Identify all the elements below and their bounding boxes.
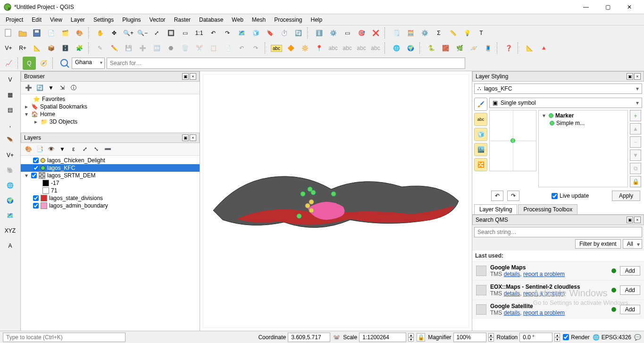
metasearch-button[interactable]: 🌐 [390, 42, 403, 55]
browser-filter-icon[interactable]: ▼ [46, 83, 56, 92]
select-value-button[interactable]: 🎯 [355, 26, 368, 40]
details-link[interactable]: details [504, 271, 520, 277]
layer-visibility-icon[interactable]: 👁️ [46, 144, 56, 154]
new-bookmark-button[interactable]: 🔖 [263, 26, 276, 40]
grass-button[interactable]: 🌿 [453, 42, 466, 55]
temporal-controller-button[interactable]: ⏱️ [277, 26, 291, 40]
zoom-native-button[interactable]: 1:1 [192, 26, 206, 40]
layer-row[interactable]: ▾lagos_SRTM_DEM [21, 172, 200, 179]
qms-list[interactable]: Last used: Google MapsTMS details, repor… [472, 251, 644, 331]
styling-undock-button[interactable]: ▣ [627, 73, 633, 80]
renderer-select[interactable]: ▣ Single symbol [489, 98, 642, 108]
menu-raster[interactable]: Raster [170, 15, 194, 25]
add-wms-layer-icon[interactable]: 🌐 [4, 179, 17, 192]
add-raster-button[interactable]: R+ [16, 42, 29, 55]
menu-web[interactable]: Web [228, 15, 247, 25]
browser-undock-button[interactable]: ▣ [182, 73, 189, 80]
quickosm-extra-button[interactable]: 🧭 [37, 57, 50, 70]
browser-close-button[interactable]: × [190, 73, 196, 80]
add-arcgis-layer-icon[interactable]: A [4, 239, 17, 252]
menu-layer[interactable]: Layer [67, 15, 89, 25]
lock-button[interactable]: 🔒 [630, 176, 641, 187]
current-edits-button[interactable]: ✎ [93, 42, 107, 55]
symbol-layer-tree[interactable]: ▾Marker Simple m... [538, 110, 628, 187]
node-tool-button[interactable]: ⬣ [164, 42, 177, 55]
browser-collapse-icon[interactable]: ⇲ [58, 83, 67, 92]
map-canvas[interactable] [203, 74, 469, 328]
redo-button[interactable]: ↷ [249, 42, 262, 55]
layer-style-icon[interactable]: 🎨 [24, 144, 33, 154]
add-spatialite-layer-icon[interactable]: 🪶 [4, 134, 17, 147]
add-service-button[interactable]: Add [620, 285, 640, 295]
extents-icon[interactable]: 🐭 [333, 334, 340, 341]
new-virtual-button[interactable]: 🧩 [73, 42, 86, 55]
osm-tools-button[interactable]: 🧵 [481, 42, 494, 55]
menu-vector[interactable]: Vector [146, 15, 169, 25]
add-vector-button[interactable]: V+ [2, 42, 15, 55]
python-console-button[interactable]: 🐍 [425, 42, 438, 55]
menu-view[interactable]: View [46, 15, 66, 25]
layer-row[interactable]: lagos_admin_boundary [21, 202, 200, 209]
add-vector-layer-icon[interactable]: V [4, 73, 17, 86]
map-tips-button[interactable]: 💡 [460, 26, 474, 40]
open-attr-table-button[interactable]: 🗒️ [390, 26, 403, 40]
zoom-layer-button[interactable]: ▭ [178, 26, 192, 40]
qms-undock-button[interactable]: ▣ [627, 217, 633, 223]
styling-close-button[interactable]: × [634, 73, 641, 80]
coordinate-value[interactable] [288, 333, 330, 342]
layer-row[interactable]: lagos_Chicken_Delight [21, 157, 200, 164]
3d-tab-icon[interactable]: 🏙️ [474, 143, 487, 156]
browser-tree[interactable]: ⭐Favorites ▸🔖Spatial Bookmarks ▾🏠Home ▸📁… [21, 94, 200, 133]
close-button[interactable]: ✕ [619, 0, 640, 14]
new-print-layout-button[interactable]: 📄 [44, 26, 58, 40]
layer-visibility-checkbox[interactable] [33, 195, 39, 201]
rotation-value[interactable] [519, 333, 552, 342]
zoom-next-button[interactable]: ↷ [221, 26, 234, 40]
measure-button[interactable]: 📏 [446, 26, 460, 40]
show-labels-button[interactable]: abc [326, 42, 340, 55]
tab-layer-styling[interactable]: Layer Styling [474, 204, 517, 214]
pan-to-selection-button[interactable]: ✥ [108, 26, 121, 40]
add-delimited-layer-icon[interactable]: , [4, 118, 17, 132]
expander-icon[interactable]: ▸ [24, 103, 29, 110]
rotation-spinner[interactable]: ▲▼ [554, 333, 560, 342]
cut-button[interactable]: ✂️ [192, 42, 206, 55]
tab-processing-toolbox[interactable]: Processing Toolbox [518, 204, 577, 214]
expander-icon[interactable]: ▾ [24, 172, 29, 179]
action-button[interactable]: ⚙️ [326, 26, 340, 40]
add-wcs-layer-icon[interactable]: 🌍 [4, 194, 17, 207]
toggle-editing-button[interactable]: ✏️ [108, 42, 121, 55]
menu-help[interactable]: Help [307, 15, 326, 25]
browser-properties-icon[interactable]: ⓘ [69, 83, 78, 92]
move-down-button[interactable]: ▼ [630, 150, 641, 161]
details-link[interactable]: details [504, 310, 520, 316]
menu-processing[interactable]: Processing [270, 15, 306, 25]
change-label-button[interactable]: abc [369, 42, 382, 55]
qms-item[interactable]: Google MapsTMS details, report a problem… [472, 261, 644, 280]
expander-icon[interactable]: ▾ [24, 111, 29, 117]
layer-row[interactable]: -17 [21, 179, 200, 187]
delete-selected-button[interactable]: 🗑️ [178, 42, 192, 55]
deselect-button[interactable]: ❌ [369, 26, 382, 40]
browser-item-3dobjects[interactable]: ▸📁3D Objects [21, 118, 200, 125]
plugin-builder-button[interactable]: 🧱 [439, 42, 452, 55]
magnifier-value[interactable] [453, 333, 486, 342]
layer-row[interactable]: lagos_state_divisions [21, 194, 200, 202]
statistics-button[interactable]: Σ [432, 26, 445, 40]
layers-close-button[interactable]: × [190, 134, 196, 141]
styling-layer-select[interactable]: ∴ lagos_KFC [474, 84, 642, 94]
country-select[interactable]: Ghana [72, 58, 105, 69]
add-mesh-layer-icon[interactable]: ▤ [4, 103, 17, 117]
layer-expression-icon[interactable]: ε [69, 144, 78, 154]
labels-tab-icon[interactable]: abc [474, 113, 487, 126]
layer-visibility-checkbox[interactable] [31, 173, 37, 178]
undo-button[interactable]: ↶ [235, 42, 248, 55]
style-back-button[interactable]: ↶ [491, 191, 503, 201]
layer-row[interactable]: 71 [21, 187, 200, 194]
new-spatialite-button[interactable]: 🗄️ [59, 42, 72, 55]
report-link[interactable]: report a problem [523, 271, 565, 277]
scale-spinner[interactable]: ▲▼ [408, 333, 414, 342]
menu-plugins[interactable]: Plugins [118, 15, 144, 25]
expander-icon[interactable]: ▸ [33, 118, 39, 125]
topology-checker-button[interactable]: 🔺 [537, 42, 550, 55]
